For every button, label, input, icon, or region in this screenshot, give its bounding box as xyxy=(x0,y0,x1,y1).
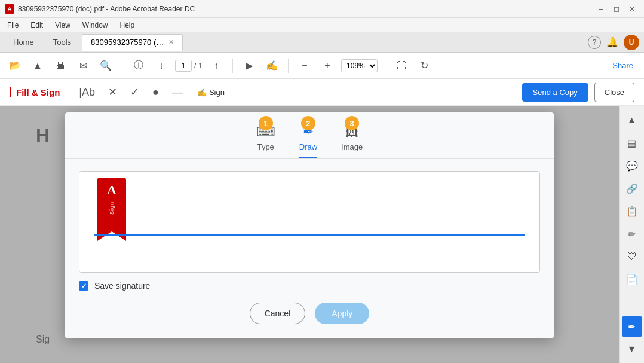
zoom-out-button[interactable]: − xyxy=(296,57,314,75)
menu-view[interactable]: View xyxy=(50,20,75,30)
help-tool-button[interactable]: ⓘ xyxy=(130,57,148,75)
page-nav: / 1 xyxy=(175,60,203,72)
send-copy-button[interactable]: Send a Copy xyxy=(522,83,588,102)
dialog-buttons: Cancel Apply xyxy=(65,303,554,324)
save-signature-row: Save signature xyxy=(65,273,554,291)
upload-button[interactable]: ▲ xyxy=(29,57,47,75)
tab-document[interactable]: 83095932375970 (… ✕ xyxy=(82,34,183,51)
page-number-input[interactable] xyxy=(175,60,192,72)
menu-file[interactable]: File xyxy=(2,20,23,30)
dialog-tabs: 1 ⌨ Type 2 ✒ Draw 3 🖼 Image xyxy=(65,112,554,159)
cross-tool-button[interactable]: ✕ xyxy=(105,83,121,101)
save-signature-checkbox[interactable] xyxy=(79,281,88,291)
menu-bar: File Edit View Window Help xyxy=(0,18,644,32)
drawing-area-inner: A Sign xyxy=(79,172,539,272)
toolbar-separator-2 xyxy=(232,59,233,73)
fit-page-button[interactable]: ⛶ xyxy=(392,57,410,75)
toolbar-separator-4 xyxy=(385,59,385,73)
prev-page-button[interactable]: ↓ xyxy=(152,57,170,75)
zoom-control: 109% xyxy=(341,59,378,72)
tab-draw[interactable]: 2 ✒ Draw xyxy=(299,124,317,158)
pen-icon: ✍ xyxy=(197,88,207,97)
title-bar-controls: – ◻ ✕ xyxy=(594,3,639,15)
right-panel: ▲ ▤ 💬 🔗 📋 ✏ 🛡 📄 ✒ ▼ xyxy=(619,106,644,363)
open-button[interactable]: 📂 xyxy=(6,57,24,75)
tab-bar: Home Tools 83095932375970 (… ✕ ? 🔔 U xyxy=(0,32,644,53)
adobe-sign-badge: A Sign xyxy=(97,178,126,231)
title-bar: A 83095932375970 (doc).pdf - Adobe Acrob… xyxy=(0,0,644,18)
cancel-button[interactable]: Cancel xyxy=(250,303,306,324)
tab-draw-label: Draw xyxy=(299,142,317,151)
line-tool-button[interactable]: — xyxy=(168,84,186,101)
scroll-down-button[interactable]: ▼ xyxy=(622,339,642,359)
zoom-in-button[interactable]: + xyxy=(318,57,336,75)
fill-sign-label: Fill & Sign xyxy=(10,87,60,97)
rotation-button[interactable]: ↻ xyxy=(415,57,433,75)
draw-line-dashed xyxy=(94,211,525,211)
toolbar: 📂 ▲ 🖶 ✉ 🔍 ⓘ ↓ / 1 ↑ ▶ ✍ − + 109% ⛶ ↻ Sha… xyxy=(0,53,644,79)
sign-panel-button[interactable]: ✒ xyxy=(622,316,642,337)
zoom-select[interactable]: 109% xyxy=(341,59,378,72)
page-separator: / xyxy=(194,62,196,70)
adobe-sign-text: Sign xyxy=(109,202,115,215)
save-signature-label: Save signature xyxy=(94,281,150,291)
title-bar-left: A 83095932375970 (doc).pdf - Adobe Acrob… xyxy=(5,4,195,14)
draw-baseline xyxy=(94,234,525,236)
content-panel-button[interactable]: 📋 xyxy=(622,201,642,221)
tab-type-label: Type xyxy=(257,142,274,151)
hand-tool-button[interactable]: ✍ xyxy=(263,57,281,75)
tab-image-number: 3 xyxy=(345,116,359,130)
email-button[interactable]: ✉ xyxy=(74,57,92,75)
tab-type[interactable]: 1 ⌨ Type xyxy=(256,124,275,158)
drawing-area[interactable]: A Sign xyxy=(79,171,540,273)
close-fill-sign-button[interactable]: Close xyxy=(594,83,634,102)
restore-button[interactable]: ◻ xyxy=(609,3,624,15)
tab-bar-right: ? 🔔 U xyxy=(588,35,639,50)
main-area: H Sig 1 ⌨ Type 2 ✒ Draw 3 🖼 xyxy=(0,106,644,363)
menu-help[interactable]: Help xyxy=(115,20,140,30)
pages-panel-button[interactable]: ▤ xyxy=(622,133,642,153)
checkmark-tool-button[interactable]: ✓ xyxy=(127,83,143,101)
tab-home[interactable]: Home xyxy=(5,34,42,51)
edit-panel-button[interactable]: ✏ xyxy=(622,224,642,244)
help-button[interactable]: ? xyxy=(588,36,601,49)
adobe-icon-letter: A xyxy=(107,182,116,198)
share-button[interactable]: Share xyxy=(608,59,638,72)
share-panel-button[interactable]: 🔗 xyxy=(622,178,642,199)
toolbar-separator-3 xyxy=(288,59,289,73)
tab-tools[interactable]: Tools xyxy=(45,34,79,51)
tab-image[interactable]: 3 🖼 Image xyxy=(341,124,363,158)
menu-edit[interactable]: Edit xyxy=(26,20,48,30)
menu-window[interactable]: Window xyxy=(78,20,113,30)
acrobat-icon: A xyxy=(5,4,14,14)
comments-panel-button[interactable]: 💬 xyxy=(622,155,642,176)
pdf-area: H Sig 1 ⌨ Type 2 ✒ Draw 3 🖼 xyxy=(0,106,619,363)
select-tool-button[interactable]: ▶ xyxy=(240,57,258,75)
toolbar-separator-1 xyxy=(122,59,122,73)
text-tool-button[interactable]: |Ab xyxy=(75,84,99,101)
close-tab-icon[interactable]: ✕ xyxy=(168,38,174,46)
protect-panel-button[interactable]: 🛡 xyxy=(622,246,642,267)
tab-draw-number: 2 xyxy=(301,116,315,130)
minimize-button[interactable]: – xyxy=(594,3,608,15)
avatar[interactable]: U xyxy=(624,35,639,50)
tab-type-number: 1 xyxy=(259,116,273,130)
tab-image-label: Image xyxy=(341,142,363,151)
scroll-up-button[interactable]: ▲ xyxy=(622,110,642,130)
dot-tool-button[interactable]: ● xyxy=(149,84,162,101)
signature-dialog: 1 ⌨ Type 2 ✒ Draw 3 🖼 Image xyxy=(65,112,554,338)
fill-sign-bar: Fill & Sign |Ab ✕ ✓ ● — ✍ Sign Send a Co… xyxy=(0,79,644,106)
notifications-button[interactable]: 🔔 xyxy=(606,36,619,49)
next-page-button[interactable]: ↑ xyxy=(207,57,225,75)
window-title: 83095932375970 (doc).pdf - Adobe Acrobat… xyxy=(18,5,195,13)
apply-button[interactable]: Apply xyxy=(315,303,369,324)
find-button[interactable]: 🔍 xyxy=(97,57,115,75)
total-pages: 1 xyxy=(198,62,203,70)
sign-tool-button[interactable]: ✍ Sign xyxy=(192,86,229,99)
export-panel-button[interactable]: 📄 xyxy=(622,269,642,289)
print-button[interactable]: 🖶 xyxy=(51,57,69,75)
close-window-button[interactable]: ✕ xyxy=(625,3,639,15)
